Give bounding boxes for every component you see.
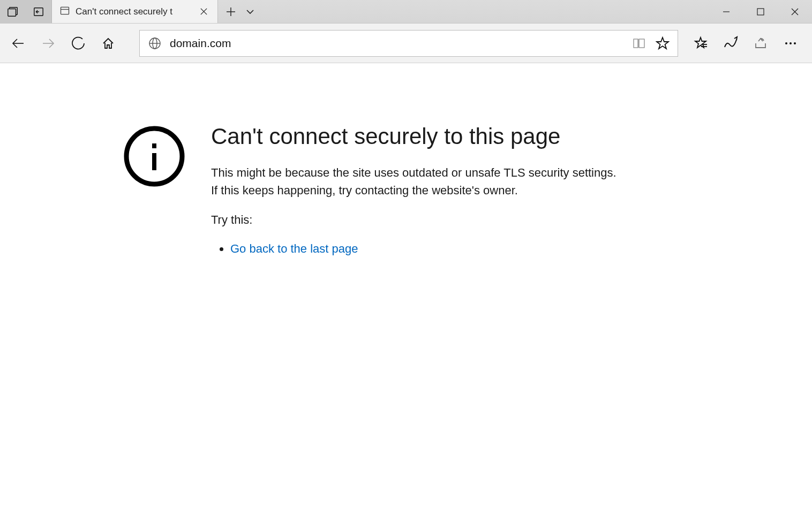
reading-view-button[interactable] (627, 32, 651, 55)
toolbar (0, 24, 812, 63)
svg-point-24 (794, 42, 796, 44)
back-button[interactable] (3, 28, 33, 58)
share-button[interactable] (746, 28, 776, 58)
error-body: Can't connect securely to this page This… (211, 124, 618, 259)
favorites-hub-button[interactable] (686, 28, 716, 58)
suggestion-item: Go back to the last page (230, 242, 618, 256)
set-tabs-aside-button[interactable] (26, 0, 51, 24)
refresh-button[interactable] (63, 28, 93, 58)
svg-point-22 (785, 42, 787, 44)
titlebar: Can't connect securely t (0, 0, 812, 24)
svg-marker-18 (657, 37, 668, 49)
maximize-button[interactable] (743, 0, 778, 24)
error-description: This might be because the site uses outd… (211, 164, 618, 199)
go-back-link[interactable]: Go back to the last page (230, 242, 358, 255)
tab-overflow-button[interactable] (240, 0, 260, 24)
new-tab-button[interactable] (221, 0, 240, 24)
globe-icon (147, 36, 162, 51)
window-controls (709, 0, 812, 23)
toolbar-right (686, 28, 809, 58)
svg-point-23 (790, 42, 792, 44)
address-bar[interactable] (139, 30, 678, 57)
svg-rect-27 (152, 153, 156, 170)
url-input[interactable] (170, 37, 627, 50)
suggestions-list: Go back to the last page (211, 242, 618, 256)
error-title: Can't connect securely to this page (211, 124, 618, 149)
svg-rect-10 (757, 9, 764, 15)
close-tab-button[interactable] (194, 0, 213, 24)
try-this-label: Try this: (211, 213, 618, 227)
titlebar-left-controls (0, 0, 52, 23)
close-window-button[interactable] (778, 0, 812, 24)
favorite-star-button[interactable] (651, 32, 674, 55)
tab-title: Can't connect securely t (76, 6, 189, 17)
more-menu-button[interactable] (776, 28, 806, 58)
home-button[interactable] (93, 28, 123, 58)
tab-page-icon (59, 5, 70, 18)
svg-rect-1 (8, 9, 16, 16)
notes-button[interactable] (716, 28, 746, 58)
browser-tab[interactable]: Can't connect securely t (52, 0, 218, 23)
info-icon (122, 124, 186, 188)
minimize-button[interactable] (709, 0, 743, 24)
tab-actions (218, 0, 260, 23)
forward-button[interactable] (33, 28, 63, 58)
svg-rect-26 (152, 143, 156, 148)
page-content: Can't connect securely to this page This… (0, 63, 812, 259)
tabs-aside-button[interactable] (0, 0, 26, 24)
svg-rect-3 (61, 7, 69, 14)
